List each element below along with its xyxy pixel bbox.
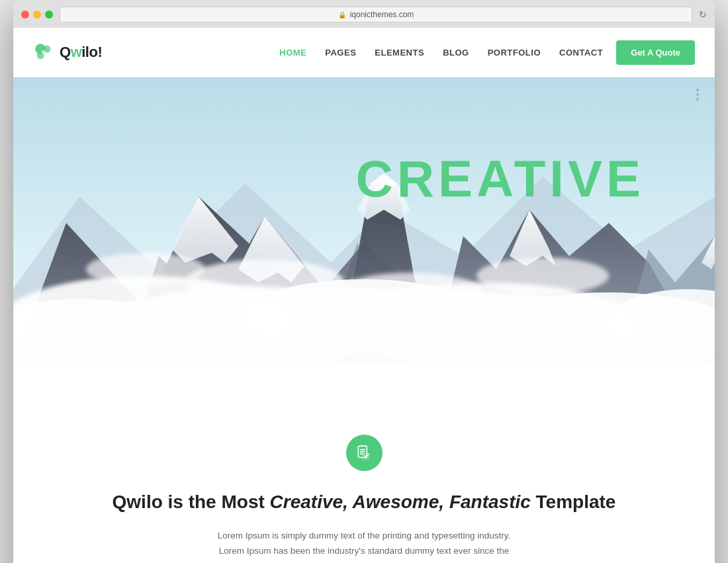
svg-point-29: [338, 273, 483, 312]
logo-icon: [33, 42, 54, 63]
close-button[interactable]: [21, 11, 29, 19]
nav-item-contact[interactable]: CONTACT: [559, 46, 603, 58]
content-title-em: Creative, Awesome, Fantastic: [270, 492, 531, 512]
browser-chrome: 🔒 iqonicthemes.com ↻: [13, 0, 715, 28]
url-text: iqonicthemes.com: [350, 10, 414, 19]
nav-item-home[interactable]: HOME: [279, 46, 306, 58]
lock-icon: 🔒: [338, 11, 346, 19]
content-body-text: Lorem Ipsum is simply dummy text of the …: [215, 528, 513, 563]
reload-button[interactable]: ↻: [699, 9, 707, 20]
nav-link-blog[interactable]: BLOG: [443, 48, 469, 58]
hero-headline: CREATIVE: [355, 149, 645, 209]
traffic-lights: [21, 11, 53, 19]
nav-link-contact[interactable]: CONTACT: [559, 48, 603, 58]
svg-point-3: [42, 50, 46, 54]
nav-link-portfolio[interactable]: PORTFOLIO: [488, 48, 541, 58]
nav-link-home[interactable]: HOME: [279, 48, 306, 58]
content-icon-circle: [346, 435, 383, 471]
nav-item-pages[interactable]: PAGES: [325, 46, 356, 58]
maximize-button[interactable]: [45, 11, 53, 19]
mountain-illustration: [13, 77, 715, 402]
settings-icon[interactable]: [690, 87, 705, 103]
svg-point-32: [696, 93, 699, 96]
minimize-button[interactable]: [33, 11, 41, 19]
nav-item-elements[interactable]: ELEMENTS: [375, 46, 424, 58]
nav-link-elements[interactable]: ELEMENTS: [375, 48, 424, 58]
address-bar[interactable]: 🔒 iqonicthemes.com: [60, 7, 692, 22]
svg-point-28: [185, 259, 344, 306]
svg-point-33: [696, 89, 699, 91]
nav-item-blog[interactable]: BLOG: [443, 46, 469, 58]
hero-section: CREATIVE: [13, 77, 715, 402]
svg-rect-27: [13, 362, 715, 402]
website-content: Qwilo! HOME PAGES ELEMENTS BLOG PORTFOLI…: [13, 28, 715, 563]
content-title: Qwilo is the Most Creative, Awesome, Fan…: [33, 490, 695, 515]
svg-point-34: [696, 98, 699, 101]
nav-item-portfolio[interactable]: PORTFOLIO: [488, 46, 541, 58]
content-section: Qwilo is the Most Creative, Awesome, Fan…: [13, 402, 715, 563]
nav-link-pages[interactable]: PAGES: [325, 48, 356, 58]
logo-text: Qwilo!: [60, 44, 102, 61]
nav-links: HOME PAGES ELEMENTS BLOG PORTFOLIO CONTA…: [279, 46, 603, 58]
get-quote-button[interactable]: Get A Quote: [616, 40, 695, 65]
svg-point-30: [86, 253, 205, 286]
document-icon: [355, 445, 373, 462]
browser-window: 🔒 iqonicthemes.com ↻ Qwilo! HOME PAGES E…: [13, 0, 715, 563]
navbar: Qwilo! HOME PAGES ELEMENTS BLOG PORTFOLI…: [13, 28, 715, 77]
svg-point-31: [477, 257, 609, 294]
logo[interactable]: Qwilo!: [33, 42, 102, 63]
